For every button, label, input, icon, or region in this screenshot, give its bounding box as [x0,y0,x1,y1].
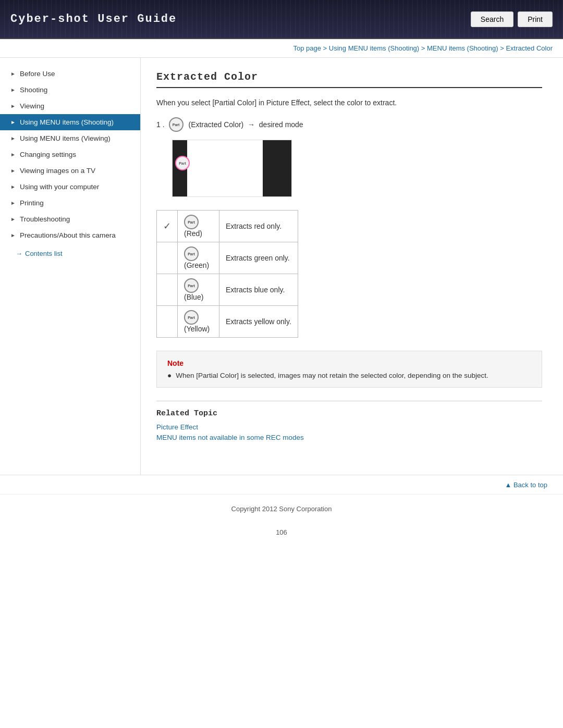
color-desc: Extracts red only. [219,211,298,242]
table-row: ✓ Part (Red) Extracts red only. [157,211,298,242]
page-title: Extracted Color [156,71,542,88]
camera-icon-highlight: Part [175,156,190,170]
arrow-right-icon: → [16,250,22,257]
sidebar-item-using-computer[interactable]: ► Using with your computer [0,179,140,195]
related-section: Related Topic Picture Effect MENU items … [156,401,542,441]
color-table: ✓ Part (Red) Extracts red only. Part [156,210,298,338]
breadcrumb: Top page > Using MENU items (Shooting) >… [0,39,563,58]
sidebar-item-label: Changing settings [20,151,76,158]
part-icon-blue: Part [184,278,199,293]
sidebar-item-label: Viewing [20,102,44,110]
note-bullet: ● [167,372,172,379]
breadcrumb-link-1[interactable]: Top page [293,44,321,52]
arrow-icon: ► [10,200,16,206]
header: Cyber-shot User Guide Search Print [0,0,563,39]
sidebar-item-label: Before Use [20,70,55,78]
sidebar-item-label: Using with your computer [20,183,99,191]
back-to-top-row: ▲ Back to top [0,475,563,494]
step-1: 1 . Part (Extracted Color) → desired mod… [156,117,542,132]
related-link-1[interactable]: Picture Effect [156,423,542,431]
sidebar-item-viewing[interactable]: ► Viewing [0,98,140,114]
check-cell: ✓ [157,211,178,242]
related-title: Related Topic [156,409,542,418]
back-to-top-link[interactable]: ▲ Back to top [505,481,547,489]
page-number: 106 [0,523,563,541]
arrow-icon: ► [10,135,16,141]
sidebar-item-label: Using MENU items (Viewing) [20,134,111,142]
step-number: 1 . [156,120,165,129]
arrow-icon: ► [10,103,16,109]
part-icon-step: Part [169,117,183,132]
part-icon-green: Part [184,246,199,261]
app-title: Cyber-shot User Guide [10,13,177,26]
sidebar-item-using-menu-shooting[interactable]: ► Using MENU items (Shooting) [0,114,140,130]
related-link-2[interactable]: MENU items not available in some REC mod… [156,434,542,441]
breadcrumb-link-3[interactable]: MENU items (Shooting) [427,44,498,52]
content-area: Extracted Color When you select [Partial… [141,58,558,475]
note-text: When [Partial Color] is selected, images… [176,372,488,379]
sidebar-item-label: Using MENU items (Shooting) [20,118,114,126]
color-name: (Blue) [184,293,203,301]
color-icon-cell: Part (Green) [178,242,219,274]
checkmark-icon: ✓ [163,221,171,231]
sidebar-item-viewing-tv[interactable]: ► Viewing images on a TV [0,163,140,179]
sidebar-item-label: Printing [20,199,44,207]
breadcrumb-link-2[interactable]: Using MENU items (Shooting) [329,44,419,52]
color-name: (Yellow) [184,325,210,333]
color-icon-cell: Part (Red) [178,211,219,242]
color-desc: Extracts yellow only. [219,306,298,338]
sidebar-item-before-use[interactable]: ► Before Use [0,66,140,82]
arrow-icon: ► [10,184,16,190]
copyright-text: Copyright 2012 Sony Corporation [231,505,332,513]
sidebar-item-label: Troubleshooting [20,215,70,223]
table-row: Part (Yellow) Extracts yellow only. [157,306,298,338]
contents-list-link[interactable]: → Contents list [0,243,140,262]
breadcrumb-sep-1: > [323,44,329,52]
sidebar-item-printing[interactable]: ► Printing [0,195,140,211]
part-icon-red: Part [184,215,199,229]
camera-right-panel [263,140,291,196]
color-desc: Extracts green only. [219,242,298,274]
sidebar-item-label: Viewing images on a TV [20,167,95,175]
camera-diagram: Part [172,140,292,197]
sidebar-item-label: Shooting [20,86,47,94]
arrow-icon: ► [10,152,16,157]
arrow-icon: ► [10,232,16,238]
note-item: ● When [Partial Color] is selected, imag… [167,372,531,379]
footer: Copyright 2012 Sony Corporation [0,494,563,523]
intro-text: When you select [Partial Color] in Pictu… [156,98,542,107]
note-title: Note [167,359,531,367]
note-box: Note ● When [Partial Color] is selected,… [156,351,542,388]
main-layout: ► Before Use ► Shooting ► Viewing ► Usin… [0,58,563,475]
sidebar-item-troubleshooting[interactable]: ► Troubleshooting [0,211,140,227]
check-cell [157,306,178,338]
search-button[interactable]: Search [471,11,513,27]
part-icon-yellow: Part [184,310,199,325]
breadcrumb-sep-3: > [500,44,506,52]
contents-link-label: Contents list [25,250,63,257]
color-icon-cell: Part (Yellow) [178,306,219,338]
color-name: (Green) [184,261,209,269]
table-row: Part (Blue) Extracts blue only. [157,274,298,306]
sidebar-item-shooting[interactable]: ► Shooting [0,82,140,98]
sidebar-item-using-menu-viewing[interactable]: ► Using MENU items (Viewing) [0,130,140,146]
check-cell [157,242,178,274]
arrow-icon: ► [10,119,16,125]
color-desc: Extracts blue only. [219,274,298,306]
breadcrumb-link-4[interactable]: Extracted Color [506,44,553,52]
sidebar-item-precautions[interactable]: ► Precautions/About this camera [0,227,140,243]
color-name: (Red) [184,229,202,238]
arrow-icon: ► [10,87,16,93]
arrow-icon: ► [10,71,16,77]
color-icon-cell: Part (Blue) [178,274,219,306]
check-cell [157,274,178,306]
arrow-icon: ► [10,216,16,222]
table-row: Part (Green) Extracts green only. [157,242,298,274]
sidebar-item-label: Precautions/About this camera [20,231,116,239]
breadcrumb-sep-2: > [421,44,427,52]
sidebar: ► Before Use ► Shooting ► Viewing ► Usin… [0,58,141,475]
sidebar-item-changing-settings[interactable]: ► Changing settings [0,146,140,163]
header-buttons: Search Print [471,11,553,27]
arrow-icon: ► [10,168,16,174]
print-button[interactable]: Print [518,11,553,27]
